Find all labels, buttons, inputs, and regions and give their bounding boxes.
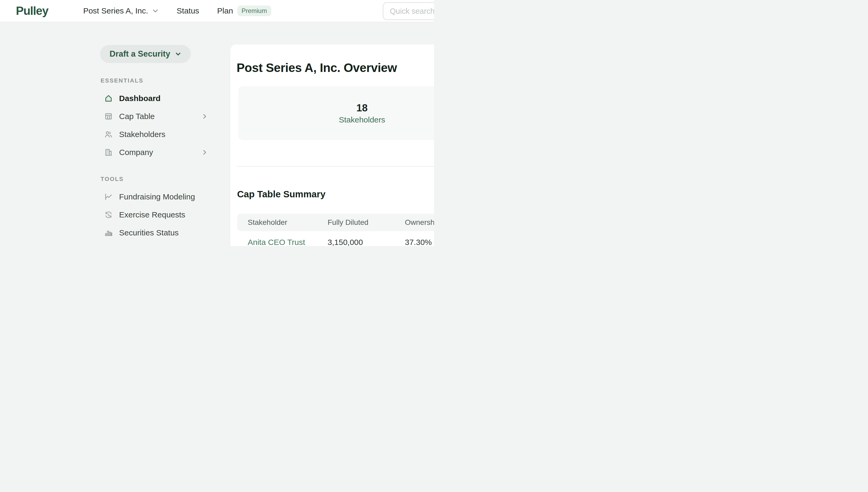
company-selector[interactable]: Post Series A, Inc.	[83, 6, 159, 15]
chevron-down-icon	[152, 7, 159, 14]
nav-status[interactable]: Status	[177, 6, 199, 15]
top-navbar: Pulley Post Series A, Inc. Status Plan P…	[0, 0, 434, 22]
ownership-value: 37.30%	[405, 238, 434, 246]
table-icon	[104, 112, 113, 121]
sidebar-item-label: Dashboard	[119, 94, 215, 103]
pulley-logo[interactable]: Pulley	[16, 4, 48, 18]
nav-plan[interactable]: Plan Premium	[217, 5, 271, 16]
sidebar-section-essentials: ESSENTIALS	[101, 77, 215, 84]
app-root: Pulley Post Series A, Inc. Status Plan P…	[0, 0, 434, 246]
nav-plan-label: Plan	[217, 6, 233, 15]
horizontal-divider	[237, 166, 434, 167]
stakeholder-link[interactable]: Anita CEO Trust	[248, 238, 305, 246]
sidebar-item-fundraising-modeling[interactable]: Fundraising Modeling	[100, 188, 215, 206]
sidebar-item-exercise-requests[interactable]: $ Exercise Requests	[100, 206, 215, 224]
column-stakeholder[interactable]: Stakeholder	[248, 218, 328, 227]
stakeholders-label: Stakeholders	[339, 115, 385, 124]
chevron-right-icon	[201, 149, 208, 156]
sidebar-item-label: Fundraising Modeling	[119, 192, 215, 201]
cap-table-header: Stakeholder Fully Diluted Ownership	[237, 214, 434, 231]
premium-badge: Premium	[237, 5, 271, 16]
sidebar: Draft a Security ESSENTIALS Dashboard Ca…	[100, 22, 215, 246]
sidebar-item-label: Stakeholders	[119, 130, 215, 139]
cap-table-summary-section: Cap Table Summary See All Stakeholder Fu…	[237, 187, 434, 246]
sidebar-item-label: Cap Table	[119, 112, 201, 121]
home-icon	[104, 94, 113, 103]
svg-text:$: $	[107, 213, 110, 217]
sidebar-section-tools: TOOLS	[101, 176, 215, 182]
column-fully-diluted[interactable]: Fully Diluted	[328, 218, 405, 227]
cap-table-summary-title: Cap Table Summary	[237, 189, 326, 199]
chart-line-icon	[104, 193, 113, 201]
sidebar-item-dashboard[interactable]: Dashboard	[100, 90, 215, 107]
stakeholders-count: 18	[357, 102, 367, 114]
chevron-down-icon	[175, 51, 181, 57]
sidebar-item-cap-table[interactable]: Cap Table	[100, 107, 215, 125]
overview-card: Post Series A, Inc. Overview Download Ca…	[230, 45, 434, 246]
cap-table-body: Anita CEO Trust3,150,00037.30% Bob COO F…	[237, 231, 434, 246]
chevron-right-icon	[201, 113, 208, 120]
sidebar-item-label: Company	[119, 148, 201, 157]
quick-search-input[interactable]	[383, 2, 434, 20]
stat-card-stakeholders: 18 Stakeholders ?	[238, 86, 434, 140]
sidebar-item-label: Exercise Requests	[119, 210, 215, 219]
building-icon	[104, 148, 113, 156]
table-row: Anita CEO Trust3,150,00037.30%	[237, 231, 434, 246]
dollar-refresh-icon: $	[104, 211, 113, 219]
sidebar-item-label: Securities Status	[119, 228, 215, 237]
sidebar-item-company[interactable]: Company	[100, 143, 215, 162]
sidebar-nav-essentials: Dashboard Cap Table Stakeholders	[100, 90, 215, 162]
sidebar-item-shares-calculator[interactable]: % Shares Calculator	[100, 242, 215, 246]
column-ownership-label: Ownership	[405, 218, 434, 227]
draft-security-label: Draft a Security	[110, 49, 170, 59]
fully-diluted-value: 3,150,000	[328, 238, 405, 246]
people-icon	[104, 130, 113, 139]
sidebar-item-securities-status[interactable]: Securities Status	[100, 224, 215, 242]
company-selector-label: Post Series A, Inc.	[83, 6, 148, 15]
column-ownership[interactable]: Ownership	[405, 218, 434, 227]
page-title: Post Series A, Inc. Overview	[237, 60, 397, 75]
sidebar-nav-tools: Fundraising Modeling $ Exercise Requests…	[100, 188, 215, 246]
bar-chart-icon	[104, 228, 113, 237]
sidebar-item-stakeholders[interactable]: Stakeholders	[100, 125, 215, 143]
draft-security-button[interactable]: Draft a Security	[100, 45, 191, 63]
